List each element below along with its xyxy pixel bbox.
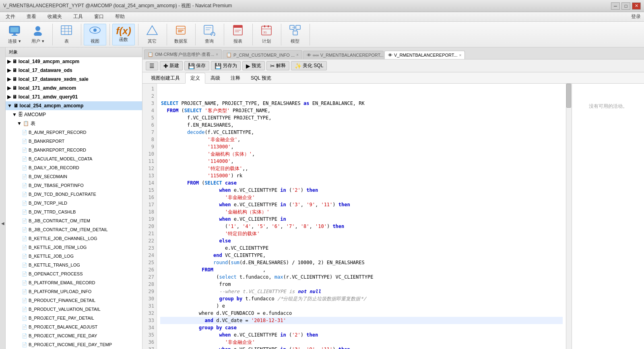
tab-close[interactable]: × xyxy=(216,52,218,57)
menu-toggle-button[interactable]: ☰ xyxy=(146,62,158,70)
close-button[interactable]: ✕ xyxy=(632,2,641,10)
func-label: 函数 xyxy=(119,37,128,43)
menu-file[interactable]: 文件 xyxy=(3,12,18,21)
svg-point-4 xyxy=(35,26,40,31)
save-button[interactable]: 💾 保存 xyxy=(184,61,209,70)
tab-close[interactable]: × xyxy=(296,53,299,57)
menu-favorites[interactable]: 收藏夹 xyxy=(45,12,64,21)
query-label: 查询 xyxy=(205,38,214,44)
datapump-label: 数据泵 xyxy=(174,38,188,44)
tree-item[interactable]: 📄 B_DW_SECDMAIN xyxy=(6,172,142,181)
view-tab-advanced[interactable]: 高级 xyxy=(205,73,225,83)
beautify-button[interactable]: ✨ 美化 SQL xyxy=(291,61,327,70)
view-tab-sql-preview[interactable]: SQL 预览 xyxy=(246,73,277,83)
model-label: 模型 xyxy=(291,38,299,44)
tree-item[interactable]: 📄 B_DAILY_JOB_RECORD xyxy=(6,163,142,172)
tree-item[interactable]: 📄 B_PRODUCT_FINANCE_DETAIL xyxy=(6,296,142,305)
tree-item[interactable]: 📄 B_CACULATE_MODEL_CDATA xyxy=(6,154,142,163)
editor-area: 1234567891011121314151617181920212223242… xyxy=(142,84,644,349)
maximize-button[interactable]: □ xyxy=(621,2,630,10)
tree-item[interactable]: 📄 B_PLATFORM_EMAIL_RECORD xyxy=(6,278,142,287)
tab-0[interactable]: 📋OM-CRM客户信息维护-查看...× xyxy=(144,49,222,59)
preview-icon: ▶ xyxy=(246,63,250,69)
login-button[interactable]: 登录 xyxy=(631,13,641,20)
tree-item[interactable]: ▶ 🖥 local_17_dataware_ods xyxy=(6,66,142,75)
view-tab-definition[interactable]: 定义 xyxy=(185,73,205,84)
tree-item[interactable]: 📄 B_KETTLE_JOB_LOG xyxy=(6,252,142,261)
tree-item[interactable]: 📄 B_DW_TCD_BOND_FLOATRATE xyxy=(6,190,142,199)
info-panel-text: 没有可用的活动。 xyxy=(575,103,641,110)
tree-item[interactable]: 📄 B_PROJECT_FEE_PAY_DETAIL xyxy=(6,314,142,322)
menu-view[interactable]: 查看 xyxy=(24,12,39,21)
view-button[interactable]: 视图 xyxy=(84,24,106,45)
connect-icon xyxy=(8,25,21,37)
minimize-button[interactable]: ─ xyxy=(611,2,620,10)
schedule-button[interactable]: 31 计划 xyxy=(255,24,278,45)
tree-item[interactable]: ▶ 🖥 local_171_amdw_amcom xyxy=(6,84,142,92)
model-button[interactable]: 模型 xyxy=(284,24,306,45)
tree-item[interactable]: 📄 B_PLATFORM_UPLOAD_INFO xyxy=(6,287,142,296)
preview-button[interactable]: ▶ 预览 xyxy=(242,61,265,70)
tab-close[interactable]: × xyxy=(459,53,461,57)
datapump-button[interactable]: 数据泵 xyxy=(169,24,192,45)
saveas-label: 另存为 xyxy=(223,62,237,69)
tab-icon: 👁 xyxy=(307,53,311,57)
tab-2[interactable]: 👁∞∞ V_RMENTBALANCEREPORT...× xyxy=(303,51,384,59)
schedule-icon: 31 xyxy=(260,25,272,37)
save-label: 保存 xyxy=(196,62,206,69)
tree-item[interactable]: 📄 B_PROJECT_INCOME_FEE_DAY xyxy=(6,331,142,340)
tree-item[interactable]: 📄 B_PRODUCT_VALUATION_DETAIL xyxy=(6,305,142,314)
main-layout: ◀ 对象 ▶ 🖥 local_149_amcpm_amcpm▶ 🖥 local_… xyxy=(0,47,644,349)
tree-item[interactable]: 📄 B_DW_TBASE_PORTINFO xyxy=(6,181,142,190)
sql-editor[interactable]: SELECT PROJECT_NAME, PROJECT_TYPE, EN_RE… xyxy=(157,84,566,349)
user-button[interactable]: 用户 ▾ xyxy=(27,24,49,45)
tab-label: ∞∞ V_RMENTBALANCEREPORT... xyxy=(313,53,384,57)
object-label: 对象 xyxy=(9,49,18,55)
tree-item[interactable]: 📄 B_JIB_CONTRACT_OM_ITEM_DETAIL xyxy=(6,225,142,234)
view-tab-comment[interactable]: 注释 xyxy=(225,73,246,83)
sidebar: 对象 ▶ 🖥 local_149_amcpm_amcpm▶ 🖥 local_17… xyxy=(6,47,142,349)
svg-rect-17 xyxy=(178,31,182,32)
tree-item[interactable]: 📄 B_DW_TTRD_CASHLB xyxy=(6,207,142,216)
tree-item[interactable]: ▼ 🖥 local_254_amcpm_amcomp xyxy=(6,101,142,110)
sidebar-toggle[interactable]: ◀ xyxy=(0,47,6,349)
table-button[interactable]: 表 xyxy=(55,24,78,45)
func-button[interactable]: f(x) 函数 xyxy=(112,24,135,45)
tree-item[interactable]: 📄 B_KETTLE_TRANS_LOG xyxy=(6,261,142,269)
preview-label: 预览 xyxy=(252,62,261,69)
tree-item[interactable]: ▶ 🖥 local_171_amdw_query01 xyxy=(6,92,142,101)
tree-item[interactable]: 📄 B_BANKREPORT_RECORD xyxy=(6,146,142,154)
save-icon: 💾 xyxy=(188,63,195,69)
saveas-button[interactable]: 💾 另存为 xyxy=(211,61,241,70)
tree-item[interactable]: 📄 B_OPENACCT_PROCESS xyxy=(6,269,142,278)
tab-label: V_RMENTBALANCEREPORT... xyxy=(394,53,458,57)
tree-item[interactable]: ▶ 🖥 local_149_amcpm_amcpm xyxy=(6,57,142,66)
tree-item[interactable]: 📄 B_KETTLE_JOB_ITEM_LOG xyxy=(6,243,142,252)
menu-tools[interactable]: 工具 xyxy=(71,12,85,21)
query-button[interactable]: 查询 xyxy=(198,24,221,45)
tree-item[interactable]: ▶ 🖥 local_17_dataware_xedm_sale xyxy=(6,75,142,84)
tree-item[interactable]: 📄 B_PROJECT_BALANCE_ADJUST xyxy=(6,322,142,331)
vertical-scrollbar[interactable] xyxy=(566,84,572,349)
user-icon xyxy=(32,25,44,37)
tree-item[interactable]: 📄 B_PROJECT_INCOME_FEE_DAY_TEMP xyxy=(6,340,142,349)
other-button[interactable]: 其它 xyxy=(141,24,163,45)
tree-item[interactable]: ▼ 🗄 AMCOMP xyxy=(6,110,142,119)
tree-item[interactable]: 📄 B_KETTLE_JOB_CHANNEL_LOG xyxy=(6,234,142,243)
tree-item[interactable]: ▼ 📋 表 xyxy=(6,119,142,128)
tree-item[interactable]: 📄 B_JIB_CONTRACT_OM_ITEM xyxy=(6,216,142,225)
menu-window[interactable]: 窗口 xyxy=(92,12,106,21)
tab-3[interactable]: 👁V_RMENTBALANCEREPORT...× xyxy=(384,51,465,60)
explain-button[interactable]: ✂ 解释 xyxy=(266,61,289,70)
connect-button[interactable]: 连接 ▾ xyxy=(3,24,26,45)
svg-marker-13 xyxy=(147,26,157,35)
new-button[interactable]: ✚ 新建 xyxy=(160,61,183,70)
menu-help[interactable]: 帮助 xyxy=(113,12,127,21)
report-button[interactable]: 报表 xyxy=(227,24,249,45)
tree-item[interactable]: 📄 B_BANKREPORT xyxy=(6,137,142,146)
tab-1[interactable]: 📋P_CRM_CUSTOMER_INFO ...× xyxy=(223,50,302,59)
datapump-group: 数据泵 xyxy=(169,24,196,45)
view-tab-create-tool[interactable]: 视图创建工具 xyxy=(146,73,185,83)
tree-item[interactable]: 📄 B_DW_TCRP_HLD xyxy=(6,199,142,207)
tree-item[interactable]: 📄 B_AUM_REPORT_RECORD xyxy=(6,128,142,137)
